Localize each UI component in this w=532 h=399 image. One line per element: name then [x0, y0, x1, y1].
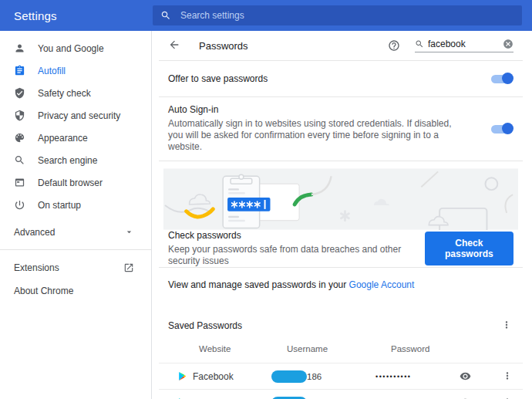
- more-vert-icon: [501, 320, 512, 330]
- help-button[interactable]: [388, 39, 401, 52]
- auto-signin-label: Auto Sign-in: [168, 104, 461, 115]
- chevron-down-icon: [124, 227, 134, 237]
- eye-icon: [460, 397, 471, 399]
- username-redaction: [271, 370, 307, 383]
- sidebar-item-about-chrome[interactable]: About Chrome: [0, 279, 151, 303]
- app-title: Settings: [14, 9, 57, 22]
- show-password-button[interactable]: [460, 370, 472, 383]
- sidebar-advanced-toggle[interactable]: Advanced: [0, 221, 151, 243]
- sidebar-item-default-browser[interactable]: Default browser: [0, 171, 151, 194]
- sidebar-item-label: Safety check: [38, 88, 91, 99]
- column-header-website: Website: [199, 344, 287, 353]
- sidebar-item-safety-check[interactable]: Safety check: [0, 82, 151, 104]
- main-content: Passwords Offer to sa: [151, 31, 532, 399]
- saved-passwords-header: Saved Passwords: [159, 316, 523, 335]
- sidebar-item-on-startup[interactable]: On startup: [0, 194, 151, 216]
- check-passwords-row: Check passwords Keep your passwords safe…: [159, 230, 523, 267]
- browser-icon: [14, 177, 25, 188]
- saved-passwords-title: Saved Passwords: [168, 320, 242, 331]
- passwords-search-input[interactable]: [428, 39, 491, 49]
- username-suffix: 186: [307, 372, 322, 381]
- global-search-bar[interactable]: [153, 5, 522, 25]
- sidebar-item-label: Appearance: [38, 133, 88, 144]
- power-icon: [14, 199, 25, 211]
- auto-signin-description: Automatically sign in to websites using …: [168, 118, 461, 153]
- password-mask: ••••••••••: [375, 373, 460, 380]
- palette-icon: [14, 132, 25, 144]
- sidebar-item-extensions[interactable]: Extensions: [0, 256, 151, 279]
- username-cell: da@gmail.com: [271, 397, 375, 399]
- clear-search-button[interactable]: [503, 39, 513, 49]
- sidebar-item-label: On startup: [38, 200, 81, 211]
- page-title: Passwords: [199, 40, 248, 52]
- auto-signin-row: Auto Sign-in Automatically sign in to we…: [159, 97, 523, 161]
- open-in-new-icon: [123, 262, 134, 273]
- site-name: Facebook: [193, 371, 271, 382]
- username-redaction: [271, 397, 307, 399]
- toggle-knob: [502, 123, 513, 134]
- site-favicon: [177, 371, 187, 381]
- extensions-label: Extensions: [14, 262, 59, 273]
- manage-passwords-note: View and manage saved passwords in your …: [159, 268, 523, 303]
- offer-save-passwords-row: Offer to save passwords: [159, 61, 523, 96]
- sidebar-item-label: Autofill: [38, 66, 66, 76]
- safety-check-icon: [14, 87, 25, 99]
- sidebar-item-label: Search engine: [38, 155, 97, 166]
- passwords-search-field[interactable]: [415, 39, 513, 52]
- back-arrow-icon: [168, 39, 180, 51]
- manage-note-text: View and manage saved passwords in your: [168, 279, 349, 290]
- check-passwords-title: Check passwords: [168, 230, 425, 241]
- sidebar-item-you-and-google[interactable]: You and Google: [0, 37, 151, 59]
- column-header-username: Username: [287, 344, 391, 353]
- saved-passwords-menu-button[interactable]: [501, 320, 513, 332]
- sidebar-divider: [0, 249, 151, 250]
- top-bar: Settings: [0, 0, 532, 31]
- about-chrome-label: About Chrome: [14, 286, 73, 296]
- show-password-button[interactable]: [460, 397, 472, 399]
- check-passwords-description: Keep your passwords safe from data breac…: [168, 244, 425, 267]
- global-search-input[interactable]: [180, 10, 514, 21]
- auto-signin-toggle[interactable]: [491, 123, 513, 135]
- eye-icon: [460, 370, 471, 382]
- sidebar-item-label: Default browser: [38, 178, 103, 188]
- settings-sidebar: You and Google Autofill Safety check Pri…: [0, 31, 151, 399]
- search-icon: [415, 39, 424, 49]
- advanced-label: Advanced: [14, 227, 55, 238]
- sidebar-item-label: You and Google: [38, 43, 104, 54]
- sidebar-item-search-engine[interactable]: Search engine: [0, 149, 151, 171]
- more-vert-icon: [502, 370, 513, 381]
- close-icon: [503, 39, 513, 49]
- check-passwords-illustration: [163, 168, 518, 230]
- password-row: Facebook 186 ••••••••••: [159, 363, 523, 389]
- autofill-icon: [14, 65, 25, 76]
- search-icon: [160, 10, 171, 21]
- password-row: Facebook da@gmail.com ••••••••••: [159, 389, 523, 399]
- password-row-menu-button[interactable]: [502, 370, 513, 382]
- sidebar-item-autofill[interactable]: Autofill: [0, 59, 151, 82]
- sidebar-item-privacy-security[interactable]: Privacy and security: [0, 104, 151, 127]
- passwords-table-header: Website Username Password: [159, 335, 523, 363]
- check-passwords-button[interactable]: Check passwords: [425, 232, 513, 265]
- sidebar-item-label: Privacy and security: [38, 110, 120, 121]
- google-account-link[interactable]: Google Account: [349, 279, 415, 290]
- toggle-knob: [502, 73, 513, 84]
- passwords-header: Passwords: [159, 31, 523, 60]
- back-button[interactable]: [168, 39, 182, 52]
- help-icon: [388, 39, 400, 52]
- sidebar-item-appearance[interactable]: Appearance: [0, 127, 151, 149]
- column-header-password: Password: [391, 344, 476, 353]
- privacy-shield-icon: [14, 110, 25, 121]
- search-icon: [14, 154, 25, 166]
- person-icon: [14, 42, 25, 54]
- username-cell: 186: [271, 370, 375, 383]
- offer-save-toggle[interactable]: [491, 73, 513, 85]
- offer-save-label: Offer to save passwords: [168, 73, 268, 84]
